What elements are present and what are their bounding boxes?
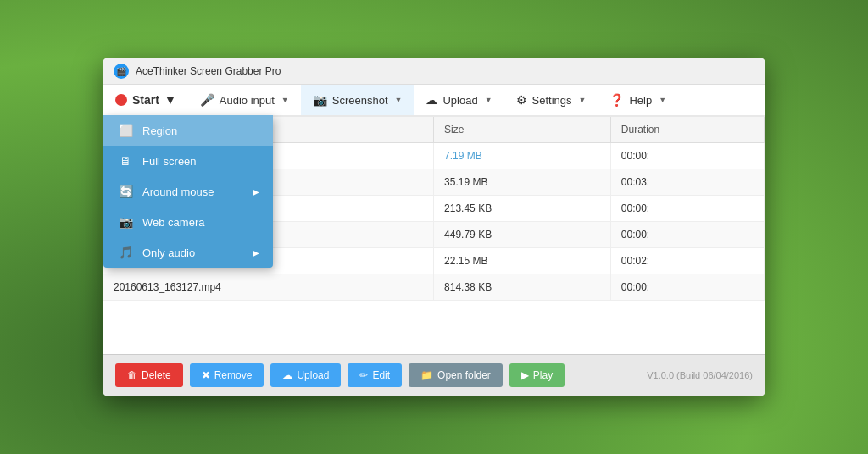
start-button[interactable]: Start ▼ bbox=[103, 85, 188, 115]
col-size: Size bbox=[434, 117, 611, 143]
upload-icon: ☁ bbox=[282, 369, 292, 381]
file-size: 213.45 KB bbox=[434, 196, 611, 222]
fullscreen-icon: 🖥 bbox=[117, 154, 134, 168]
title-bar: 🎬 AceThinker Screen Grabber Pro bbox=[103, 58, 765, 85]
play-icon: ▶ bbox=[521, 369, 529, 381]
upload-arrow: ▼ bbox=[485, 96, 492, 104]
version-text: V1.0.0 (Build 06/04/2016) bbox=[647, 370, 753, 380]
file-size: 449.79 KB bbox=[434, 222, 611, 248]
only-audio-icon: 🎵 bbox=[117, 246, 134, 259]
audio-input-label: Audio input bbox=[220, 94, 275, 107]
dropdown-around-mouse-label: Around mouse bbox=[142, 185, 214, 198]
dropdown-only-audio-label: Only audio bbox=[142, 246, 195, 259]
help-icon: ❓ bbox=[609, 93, 624, 107]
settings-label: Settings bbox=[532, 94, 572, 107]
region-icon: ⬜ bbox=[117, 124, 134, 137]
start-label: Start bbox=[132, 93, 159, 107]
gear-icon: ⚙ bbox=[516, 93, 527, 107]
audio-arrow: ▼ bbox=[281, 96, 289, 104]
file-duration: 00:02: bbox=[610, 248, 764, 274]
delete-label: Delete bbox=[142, 369, 171, 381]
only-audio-arrow: ▶ bbox=[253, 248, 259, 257]
open-folder-button[interactable]: 📁 Open folder bbox=[409, 363, 503, 387]
file-duration: 00:00: bbox=[610, 143, 764, 169]
help-arrow: ▼ bbox=[659, 96, 666, 104]
remove-icon: ✖ bbox=[202, 369, 210, 381]
dropdown-region-label: Region bbox=[142, 125, 177, 137]
file-duration: 00:00: bbox=[610, 274, 764, 301]
dropdown-fullscreen-label: Full screen bbox=[142, 155, 197, 168]
dropdown-item-only-audio[interactable]: 🎵 Only audio ▶ bbox=[103, 237, 273, 268]
play-button[interactable]: ▶ Play bbox=[509, 363, 565, 387]
app-logo: 🎬 bbox=[114, 64, 129, 79]
upload-action-label: Upload bbox=[297, 369, 329, 381]
file-name: 20160613_163127.mp4 bbox=[103, 274, 434, 301]
dropdown-item-around-mouse[interactable]: 🔄 Around mouse ▶ bbox=[103, 176, 273, 207]
record-icon bbox=[115, 94, 127, 106]
play-label: Play bbox=[533, 369, 553, 381]
app-window: 🎬 AceThinker Screen Grabber Pro Start ▼ … bbox=[103, 58, 765, 396]
settings-button[interactable]: ⚙ Settings ▼ bbox=[504, 85, 598, 115]
help-button[interactable]: ❓ Help ▼ bbox=[598, 85, 678, 115]
file-duration: 00:00: bbox=[610, 222, 764, 248]
edit-button[interactable]: ✏ Edit bbox=[348, 363, 402, 387]
table-row[interactable]: 20160613_163127.mp4814.38 KB00:00: bbox=[103, 274, 765, 301]
delete-button[interactable]: 🗑 Delete bbox=[115, 363, 183, 387]
microphone-icon: 🎤 bbox=[200, 93, 214, 107]
around-mouse-arrow: ▶ bbox=[253, 187, 259, 197]
help-label: Help bbox=[629, 94, 652, 107]
remove-button[interactable]: ✖ Remove bbox=[190, 363, 264, 387]
trash-icon: 🗑 bbox=[127, 369, 137, 381]
upload-button[interactable]: ☁ Upload ▼ bbox=[414, 85, 504, 115]
open-folder-label: Open folder bbox=[437, 369, 491, 381]
file-size: 814.38 KB bbox=[434, 274, 611, 301]
settings-arrow: ▼ bbox=[579, 96, 587, 104]
start-dropdown: ⬜ Region 🖥 Full screen 🔄 Around mouse ▶ … bbox=[103, 115, 273, 268]
file-size: 22.15 MB bbox=[434, 248, 611, 274]
file-size: 7.19 MB bbox=[434, 143, 611, 169]
edit-label: Edit bbox=[372, 369, 390, 381]
file-duration: 00:03: bbox=[610, 169, 764, 196]
upload-action-button[interactable]: ☁ Upload bbox=[270, 363, 341, 387]
toolbar: Start ▼ 🎤 Audio input ▼ 📷 Screenshot ▼ ☁… bbox=[103, 85, 765, 117]
dropdown-web-camera-label: Web camera bbox=[142, 216, 204, 229]
around-mouse-icon: 🔄 bbox=[117, 185, 134, 198]
start-arrow: ▼ bbox=[164, 93, 176, 107]
dropdown-item-region[interactable]: ⬜ Region bbox=[103, 115, 273, 146]
screenshot-button[interactable]: 📷 Screenshot ▼ bbox=[301, 85, 415, 115]
dropdown-item-web-camera[interactable]: 📷 Web camera bbox=[103, 207, 273, 237]
dropdown-item-fullscreen[interactable]: 🖥 Full screen bbox=[103, 146, 273, 176]
bottom-bar: 🗑 Delete ✖ Remove ☁ Upload ✏ Edit 📁 Open… bbox=[103, 354, 765, 396]
audio-input-button[interactable]: 🎤 Audio input ▼ bbox=[188, 85, 301, 115]
screenshot-arrow: ▼ bbox=[395, 96, 403, 104]
file-duration: 00:00: bbox=[610, 196, 764, 222]
remove-label: Remove bbox=[214, 369, 253, 381]
app-title: AceThinker Screen Grabber Pro bbox=[136, 65, 281, 77]
edit-icon: ✏ bbox=[359, 369, 368, 381]
upload-label: Upload bbox=[442, 94, 477, 107]
camera-icon: 📷 bbox=[313, 93, 327, 107]
folder-icon: 📁 bbox=[420, 369, 433, 381]
col-duration: Duration bbox=[610, 117, 764, 143]
web-camera-icon: 📷 bbox=[117, 215, 134, 229]
screenshot-label: Screenshot bbox=[332, 94, 388, 107]
file-size: 35.19 MB bbox=[434, 169, 611, 196]
cloud-upload-icon: ☁ bbox=[426, 93, 437, 107]
